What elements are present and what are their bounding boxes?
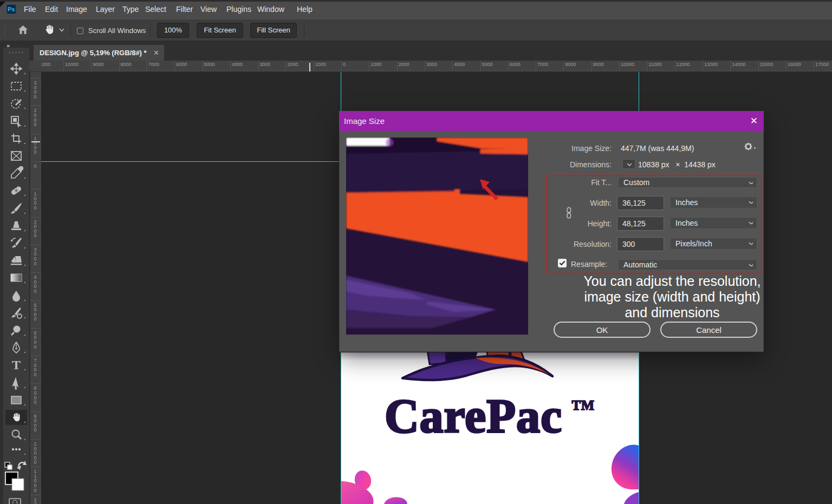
svg-text:T: T <box>12 358 21 372</box>
